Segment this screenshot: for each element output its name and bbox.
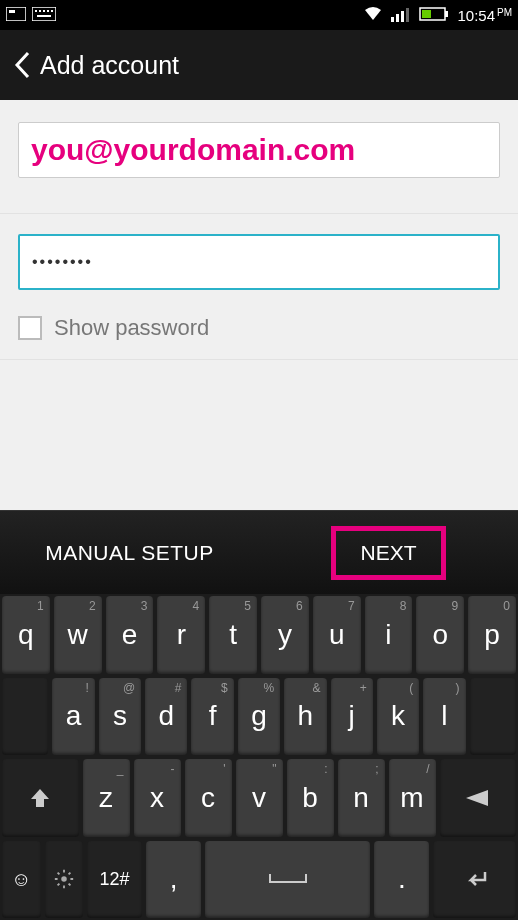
svg-rect-11 bbox=[401, 11, 404, 22]
svg-rect-6 bbox=[47, 10, 49, 12]
form-area: you@yourdomain.com •••••••• Show passwor… bbox=[0, 100, 518, 510]
manual-setup-button[interactable]: MANUAL SETUP bbox=[0, 541, 259, 565]
key-b[interactable]: b: bbox=[287, 759, 334, 837]
show-password-label: Show password bbox=[54, 315, 209, 341]
show-password-row[interactable]: Show password bbox=[18, 315, 500, 359]
svg-rect-8 bbox=[37, 15, 51, 17]
page-title: Add account bbox=[40, 51, 179, 80]
divider bbox=[0, 359, 518, 360]
email-value: you@yourdomain.com bbox=[31, 133, 355, 167]
backspace-key[interactable] bbox=[440, 759, 517, 837]
status-bar: 10:54PM bbox=[0, 0, 518, 30]
key-h[interactable]: h& bbox=[284, 678, 326, 756]
app-drawer-icon bbox=[6, 7, 26, 24]
key-t[interactable]: t5 bbox=[209, 596, 257, 674]
footer-buttons: MANUAL SETUP NEXT bbox=[0, 510, 518, 594]
key-l[interactable]: l) bbox=[423, 678, 465, 756]
space-key[interactable] bbox=[205, 841, 370, 919]
key-r[interactable]: r4 bbox=[157, 596, 205, 674]
comma-key[interactable]: , bbox=[146, 841, 201, 919]
key-m[interactable]: m/ bbox=[389, 759, 436, 837]
keyboard-icon bbox=[32, 7, 56, 24]
key-v[interactable]: v" bbox=[236, 759, 283, 837]
svg-rect-3 bbox=[35, 10, 37, 12]
svg-rect-5 bbox=[43, 10, 45, 12]
settings-key[interactable] bbox=[45, 841, 84, 919]
wifi-icon bbox=[363, 6, 383, 25]
key-p[interactable]: p0 bbox=[468, 596, 516, 674]
key-n[interactable]: n; bbox=[338, 759, 385, 837]
svg-rect-15 bbox=[422, 10, 431, 18]
key-a[interactable]: a! bbox=[52, 678, 94, 756]
email-input[interactable]: you@yourdomain.com bbox=[18, 122, 500, 178]
clock: 10:54PM bbox=[457, 7, 512, 24]
show-password-checkbox[interactable] bbox=[18, 316, 42, 340]
svg-rect-12 bbox=[406, 8, 409, 22]
key-o[interactable]: o9 bbox=[416, 596, 464, 674]
key-c[interactable]: c' bbox=[185, 759, 232, 837]
back-button[interactable] bbox=[10, 47, 34, 83]
key-edge-right[interactable] bbox=[470, 678, 516, 756]
key-f[interactable]: f$ bbox=[191, 678, 233, 756]
key-w[interactable]: w2 bbox=[54, 596, 102, 674]
key-e[interactable]: e3 bbox=[106, 596, 154, 674]
svg-rect-1 bbox=[9, 10, 15, 13]
svg-rect-2 bbox=[32, 7, 56, 21]
svg-rect-14 bbox=[445, 11, 448, 17]
key-s[interactable]: s@ bbox=[99, 678, 141, 756]
svg-point-16 bbox=[61, 877, 67, 883]
key-z[interactable]: z_ bbox=[83, 759, 130, 837]
key-k[interactable]: k( bbox=[377, 678, 419, 756]
key-g[interactable]: g% bbox=[238, 678, 280, 756]
symbols-key[interactable]: 12# bbox=[87, 841, 142, 919]
keyboard: q1w2e3r4t5y6u7i8o9p0 a!s@d#f$g%h&j+k(l) … bbox=[0, 594, 518, 920]
key-x[interactable]: x- bbox=[134, 759, 181, 837]
key-i[interactable]: i8 bbox=[365, 596, 413, 674]
period-key[interactable]: . bbox=[374, 841, 429, 919]
shift-key[interactable] bbox=[2, 759, 79, 837]
battery-icon bbox=[419, 6, 449, 25]
password-input[interactable]: •••••••• bbox=[18, 234, 500, 290]
next-button[interactable]: NEXT bbox=[331, 526, 445, 580]
key-u[interactable]: u7 bbox=[313, 596, 361, 674]
enter-key[interactable] bbox=[433, 841, 516, 919]
key-q[interactable]: q1 bbox=[2, 596, 50, 674]
svg-rect-4 bbox=[39, 10, 41, 12]
svg-rect-0 bbox=[6, 7, 26, 21]
svg-rect-9 bbox=[391, 17, 394, 22]
key-j[interactable]: j+ bbox=[331, 678, 373, 756]
key-d[interactable]: d# bbox=[145, 678, 187, 756]
password-value: •••••••• bbox=[32, 253, 93, 271]
key-y[interactable]: y6 bbox=[261, 596, 309, 674]
emoji-key[interactable]: ☺ bbox=[2, 841, 41, 919]
svg-rect-7 bbox=[51, 10, 53, 12]
svg-rect-10 bbox=[396, 14, 399, 22]
signal-icon bbox=[391, 6, 411, 25]
header: Add account bbox=[0, 30, 518, 100]
key-edge-left[interactable] bbox=[2, 678, 48, 756]
